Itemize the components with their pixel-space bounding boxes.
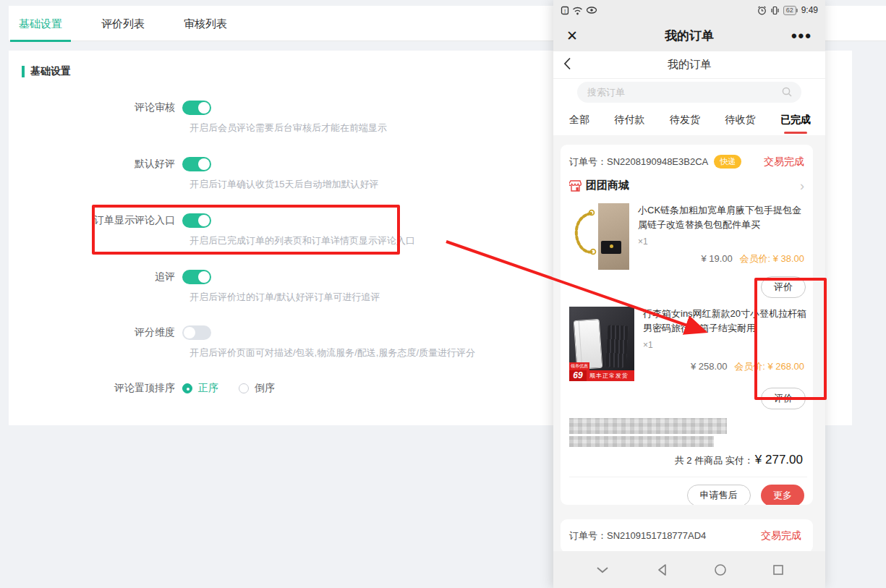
order-sn: SN2208190948E3B2CA [607, 156, 708, 167]
review-button-2[interactable]: 评价 [761, 388, 806, 409]
setting-desc: 开启后评价过的订单/默认好评订单可进行追评 [189, 291, 521, 304]
page-title: 我的订单 [610, 27, 769, 44]
product-title: 小CK链条加粗加宽单肩腋下包手提包金属链子改造替换包包配件单买 [638, 203, 807, 232]
order-sn: SN2109151718777AD4 [607, 530, 706, 541]
order-total-amount: ¥ 277.00 [755, 453, 803, 466]
setting-desc: 开启后评价页面可对描述/包装,物流服务/配送,服务态度/质量进行评分 [189, 346, 521, 359]
setting-row-default-praise: 默认好评 开启后订单确认收货15天后自动增加默认好评 [0, 157, 521, 191]
member-price: ¥ 268.00 [767, 361, 804, 372]
radio-descending[interactable]: 倒序 [239, 382, 275, 395]
search-icon[interactable] [781, 86, 793, 98]
toggle-knob [198, 215, 210, 226]
setting-label: 订单显示评论入口 [0, 214, 182, 227]
wifi-icon [572, 6, 583, 15]
toggle-knob [184, 327, 195, 338]
product-price: ¥ 19.00 [701, 253, 732, 264]
radio-label: 正序 [198, 382, 218, 395]
product-image-2: 领券优惠 69 顺丰正常发货 [569, 307, 634, 381]
screenshot-stage: 基础设置 评价列表 审核列表 基础设置 评论审核 开启后会员评论需要后台审核后才… [0, 0, 886, 588]
setting-label: 评论审核 [0, 101, 182, 114]
tab-completed[interactable]: 已完成 [780, 114, 811, 128]
setting-label: 默认好评 [0, 158, 182, 171]
search-input-wrap [577, 82, 801, 103]
member-price-label: 会员价: [734, 361, 765, 372]
review-button-1[interactable]: 评价 [761, 276, 806, 298]
setting-row-comment-pin-sort: 评论置顶排序 正序 倒序 [0, 382, 521, 395]
product-item-2[interactable]: 领券优惠 69 顺丰正常发货 行李箱女ins网红新款20寸小登机拉杆箱男密码旅行… [569, 307, 807, 381]
app-nav-bar: 我的订单 [553, 51, 825, 79]
product-price: ¥ 258.00 [691, 361, 728, 372]
tab-pending-receipt[interactable]: 待收货 [725, 114, 756, 128]
vibrate-icon [770, 6, 780, 15]
phone-title-bar: ✕ 我的订单 ••• [553, 20, 825, 51]
phone-screenshot: ! 62 9:49 ✕ 我的订单 ••• 我的订单 [553, 0, 825, 588]
phone-status-bar: ! 62 9:49 [553, 0, 825, 20]
store-row[interactable]: 团团商城 › [569, 179, 807, 192]
more-actions-button[interactable]: 更多 [761, 485, 804, 505]
express-badge: 快递 [714, 155, 741, 169]
follow-up-review-toggle[interactable] [182, 270, 211, 284]
tab-pending-shipment[interactable]: 待发货 [670, 114, 700, 128]
back-icon[interactable] [563, 57, 600, 73]
product-qty: ×1 [643, 340, 807, 350]
store-name: 团团商城 [586, 179, 629, 192]
storefront-icon [569, 180, 582, 192]
section-accent-bar [22, 66, 25, 77]
radio-dot-icon [182, 383, 192, 393]
setting-row-order-comment-entry: 订单显示评论入口 开启后已完成订单的列表页和订单详情页显示评论入口 [0, 213, 521, 247]
order-card-2[interactable]: 订单号：SN2109151718777AD4 交易完成 [561, 519, 813, 553]
tab-pending-payment[interactable]: 待付款 [615, 114, 645, 128]
setting-desc: 开启后订单确认收货15天后自动增加默认好评 [189, 178, 521, 191]
android-recents-icon[interactable] [772, 564, 784, 576]
section-title: 基础设置 [30, 65, 71, 78]
member-price: ¥ 38.00 [773, 253, 804, 264]
order-sn-label: 订单号： [569, 530, 607, 541]
section-header: 基础设置 [22, 65, 71, 78]
close-icon[interactable]: ✕ [566, 27, 610, 44]
default-praise-toggle[interactable] [182, 157, 211, 171]
tab-review-list[interactable]: 评价列表 [93, 6, 153, 41]
radio-ascending[interactable]: 正序 [182, 382, 218, 395]
setting-row-follow-up-review: 追评 开启后评价过的订单/默认好评订单可进行追评 [0, 270, 521, 304]
setting-label: 追评 [0, 270, 182, 284]
product-image-1 [569, 203, 629, 270]
chevron-right-icon: › [800, 179, 804, 192]
setting-row-rating-dimension: 评分维度 开启后评价页面可对描述/包装,物流服务/配送,服务态度/质量进行评分 [0, 325, 521, 359]
redacted-address [569, 418, 807, 447]
toggle-knob [198, 158, 210, 170]
product-qty: ×1 [638, 237, 807, 247]
radio-label: 倒序 [255, 382, 275, 395]
chain-image [569, 203, 598, 270]
product-item-1[interactable]: 小CK链条加粗加宽单肩腋下包手提包金属链子改造替换包包配件单买 ×1 ¥ 19.… [569, 203, 807, 270]
android-back-icon[interactable] [656, 563, 669, 576]
tab-audit-list[interactable]: 审核列表 [175, 6, 236, 41]
member-price-label: 会员价: [739, 253, 770, 264]
toggle-knob [198, 271, 210, 283]
black-luggage [606, 325, 629, 367]
more-menu-icon[interactable]: ••• [769, 27, 812, 46]
tab-all[interactable]: 全部 [569, 114, 589, 128]
status-time: 9:49 [801, 5, 818, 15]
price-badge: 69 [569, 370, 587, 381]
order-sn-label: 订单号： [569, 156, 607, 167]
order-status: 交易完成 [764, 155, 804, 169]
order-actions: 申请售后 更多 [569, 477, 807, 505]
search-section [553, 79, 825, 106]
setting-desc: 开启后已完成订单的列表页和订单详情页显示评论入口 [189, 234, 521, 247]
setting-row-comment-audit: 评论审核 开启后会员评论需要后台审核后才能在前端显示 [0, 101, 521, 135]
order-card-1[interactable]: 订单号：SN2208190948E3B2CA 快递 交易完成 团团商城 › [561, 145, 813, 505]
tab-basic-settings[interactable]: 基础设置 [10, 6, 71, 41]
hide-keyboard-icon[interactable] [595, 565, 610, 575]
setting-label: 评分维度 [0, 326, 182, 339]
comment-audit-toggle[interactable] [182, 101, 211, 115]
after-sale-button[interactable]: 申请售后 [687, 485, 751, 505]
eye-icon [586, 6, 597, 14]
radio-dot-icon [239, 383, 249, 393]
rating-dimension-toggle[interactable] [182, 325, 211, 340]
search-input[interactable] [577, 87, 801, 98]
model-photo [598, 203, 629, 270]
nav-title: 我的订单 [600, 58, 779, 72]
android-home-icon[interactable] [714, 563, 727, 576]
setting-desc: 开启后会员评论需要后台审核后才能在前端显示 [189, 122, 521, 135]
order-comment-entry-toggle[interactable] [182, 213, 211, 228]
